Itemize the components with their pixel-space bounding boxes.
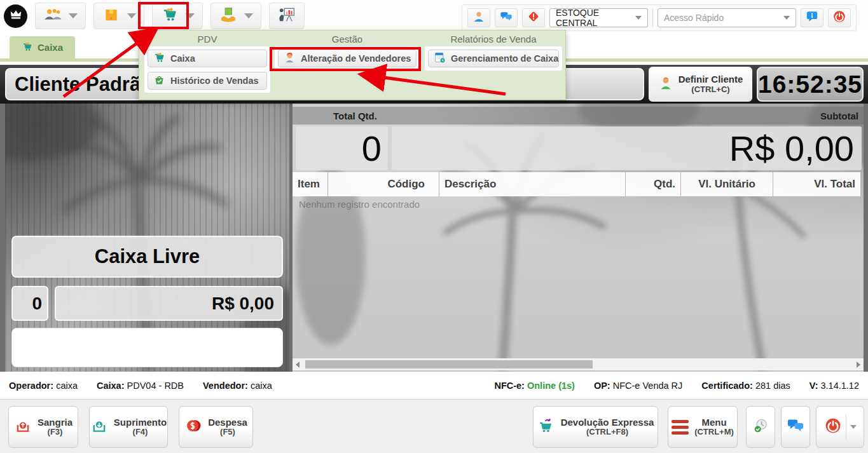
dropdown-section-title: Gestão	[274, 32, 420, 46]
definir-cliente-label: Definir Cliente	[679, 74, 743, 85]
definir-cliente-shortcut: (CTRL+C)	[679, 85, 743, 95]
column-header-vl-total: Vl. Total	[773, 172, 860, 196]
cart-icon	[153, 51, 165, 65]
acesso-rapido-select[interactable]: Acesso Rápido	[658, 8, 796, 27]
chevron-down-icon	[244, 13, 253, 18]
hamburger-icon	[672, 420, 689, 435]
cash-amount-box: R$ 0,00	[55, 286, 283, 321]
dropdown-section-relatorios: Relatórios de Venda Gerenciamento de Cai…	[424, 32, 563, 71]
status-bar: Operador: caixa Caixa: PDV04 - RDB Vende…	[0, 372, 868, 399]
cash-in-icon	[90, 417, 108, 436]
product-search-input[interactable]	[11, 328, 283, 367]
alerts-button[interactable]	[522, 8, 545, 27]
status-op: OP: NFC-e Venda RJ	[594, 381, 682, 391]
info-bubble-icon	[806, 10, 818, 25]
action-bar: Sangria(F3) Suprimento(F4) Despesa(F5) D…	[0, 399, 868, 453]
items-table-header: Item Código Descrição Qtd. Vl. Unitário …	[293, 172, 860, 196]
messages-button[interactable]	[495, 8, 518, 27]
menu-item-historico-vendas[interactable]: Histórico de Vendas	[148, 72, 267, 90]
status-left-group: Operador: caixa Caixa: PDV04 - RDB Vende…	[9, 381, 272, 391]
cash-qty-box: 0	[11, 286, 48, 321]
logout-button[interactable]	[828, 8, 851, 27]
status-operador: Operador: caixa	[9, 381, 78, 391]
cart-icon	[22, 41, 33, 54]
estoque-select-value: ESTOQUE CENTRAL	[556, 8, 635, 28]
app-logo	[4, 4, 27, 28]
exit-button[interactable]	[816, 406, 864, 448]
box-icon	[102, 6, 121, 25]
devolucao-expressa-button[interactable]: Devolução Expressa(CTRL+F8)	[533, 406, 658, 448]
info-button[interactable]	[801, 8, 823, 27]
cash-out-icon	[14, 417, 32, 436]
column-header-qtd: Qtd.	[626, 172, 681, 196]
status-vendedor: Vendedor: caixa	[203, 381, 272, 391]
definir-cliente-button[interactable]: Definir Cliente (CTRL+C)	[649, 67, 752, 102]
annotation-box-alteracao-vendedores	[270, 47, 421, 71]
chat-icon	[787, 417, 804, 436]
column-header-codigo: Código	[328, 172, 439, 196]
horizontal-scrollbar[interactable]	[293, 358, 864, 370]
report-icon	[434, 51, 446, 65]
stamp-check-icon	[752, 417, 769, 436]
basket-check-icon	[153, 74, 165, 88]
total-qty-value: 0	[296, 126, 388, 170]
stock-menu-button[interactable]	[210, 3, 261, 29]
cash-status-label: Caixa Livre	[11, 236, 283, 278]
hands-cube-icon	[219, 6, 238, 25]
menu-item-gerenciamento-caixa[interactable]: Gerenciamento de Caixa	[428, 50, 559, 67]
coins-icon	[184, 417, 202, 436]
subtotal-value: R$ 0,00	[392, 126, 862, 170]
status-caixa: Caixa: PDV04 - RDB	[97, 381, 184, 391]
scroll-right-icon[interactable]	[853, 358, 864, 370]
status-nfce: NFC-e: Online (1s)	[494, 381, 575, 391]
subtotal-label: Subtotal	[820, 111, 858, 121]
scrollbar-thumb[interactable]	[305, 360, 593, 368]
products-menu-button[interactable]	[93, 3, 144, 29]
person-icon	[658, 76, 673, 93]
cash-status-panel: Caixa Livre 0 R$ 0,00	[5, 104, 289, 372]
crown-icon	[9, 8, 23, 24]
scrollbar-track[interactable]	[303, 358, 853, 370]
sale-items-panel: Total Qtd. Subtotal 0 R$ 0,00 Item Códig…	[293, 104, 864, 372]
clock-display: 16:52:35	[757, 67, 864, 102]
divider	[652, 9, 653, 27]
session-toolbar: ESTOQUE CENTRAL Acesso Rápido	[462, 4, 857, 31]
main-area: Caixa Livre 0 R$ 0,00	[0, 104, 868, 372]
chevron-down-icon	[127, 13, 136, 18]
power-icon	[824, 417, 842, 436]
power-icon	[833, 10, 846, 25]
status-certificado: Certificado: 281 dias	[701, 381, 790, 391]
chevron-down-icon	[635, 16, 642, 20]
divider	[846, 414, 846, 440]
tab-caixa[interactable]: Caixa	[10, 36, 75, 58]
customers-menu-button[interactable]	[35, 3, 86, 29]
suprimento-button[interactable]: Suprimento(F4)	[89, 406, 168, 448]
presentation-icon	[277, 6, 296, 25]
dropdown-section-pdv: PDV Caixa Histórico de Vendas	[144, 32, 271, 93]
user-button[interactable]	[467, 8, 490, 27]
column-header-descricao: Descrição	[439, 172, 626, 196]
support-chat-button[interactable]	[781, 406, 810, 448]
nfce-status-button[interactable]	[746, 406, 775, 448]
chevron-down-icon	[850, 425, 857, 429]
chevron-down-icon	[69, 13, 78, 18]
despesa-button[interactable]: Despesa(F5)	[179, 406, 253, 448]
reports-button[interactable]	[269, 3, 305, 29]
menu-button[interactable]: Menu(CTRL+M)	[668, 406, 738, 448]
people-icon	[43, 6, 62, 25]
status-versao: V: 3.14.1.12	[809, 381, 859, 391]
estoque-select[interactable]: ESTOQUE CENTRAL	[549, 8, 648, 27]
dropdown-section-title: PDV	[144, 32, 271, 46]
scroll-left-icon[interactable]	[293, 358, 303, 370]
chat-icon	[500, 10, 513, 25]
menu-item-caixa[interactable]: Caixa	[148, 50, 267, 67]
tab-caixa-label: Caixa	[38, 42, 63, 53]
alert-diamond-icon	[527, 10, 540, 25]
dropdown-section-title: Relatórios de Venda	[424, 32, 563, 46]
annotation-box-sales-menu	[138, 2, 189, 29]
top-toolbar: ESTOQUE CENTRAL Acesso Rápido	[0, 0, 868, 32]
empty-table-message: Nenhum registro encontrado	[299, 199, 420, 210]
sangria-button[interactable]: Sangria(F3)	[8, 406, 78, 448]
status-right-group: NFC-e: Online (1s) OP: NFC-e Venda RJ Ce…	[494, 381, 859, 391]
chevron-down-icon	[783, 16, 790, 20]
